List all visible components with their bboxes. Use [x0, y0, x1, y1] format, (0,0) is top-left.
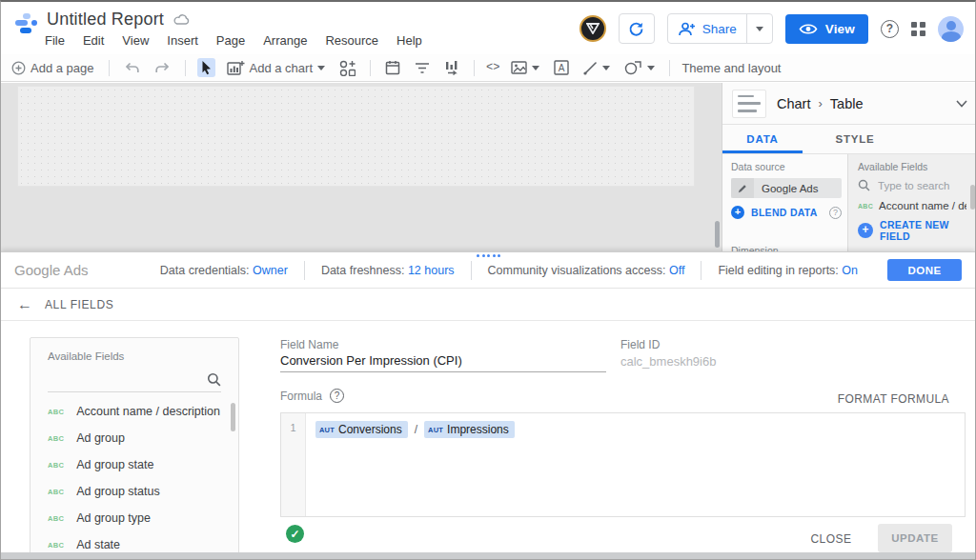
data-control-button[interactable]: [441, 58, 462, 77]
filter-icon: [415, 62, 430, 74]
fields-scrollbar[interactable]: [970, 185, 975, 210]
all-fields-back[interactable]: ← ALL FIELDS: [1, 289, 975, 321]
field-list-scrollbar[interactable]: [231, 403, 235, 431]
properties-panel: Chart › Table DATA STYLE Data source: [722, 83, 976, 251]
text-field-type-icon: ABC: [48, 434, 64, 443]
help-icon[interactable]: ?: [881, 20, 899, 38]
done-button[interactable]: DONE: [887, 259, 962, 281]
menu-page[interactable]: Page: [216, 33, 245, 48]
chart-type-header[interactable]: Chart › Table: [722, 83, 976, 125]
community-viz-access[interactable]: Community visualizations access: Off: [472, 264, 702, 277]
theme-layout-button[interactable]: Theme and layout: [681, 61, 781, 75]
formula-editor[interactable]: 1 AUT Conversions / AUT Impressions: [280, 412, 966, 517]
menu-help[interactable]: Help: [396, 33, 422, 48]
chevron-down-icon[interactable]: [956, 100, 967, 108]
text-tool-button[interactable]: A: [551, 58, 572, 77]
update-button[interactable]: UPDATE: [878, 524, 952, 552]
formula-valid-icon: ✓: [286, 525, 304, 543]
back-arrow-icon[interactable]: ←: [17, 297, 32, 312]
add-page-button[interactable]: Add a page: [9, 59, 97, 77]
redo-button[interactable]: [152, 59, 173, 77]
apps-grid-icon[interactable]: [911, 22, 925, 36]
community-visualizations-button[interactable]: [336, 58, 358, 78]
close-button[interactable]: CLOSE: [806, 532, 856, 546]
dimension-label: Dimension: [731, 245, 779, 251]
data-source-sheet: Google Ads Data credentials: Owner Data …: [1, 251, 975, 555]
redo-icon: [154, 61, 171, 75]
share-button[interactable]: Share: [667, 13, 773, 44]
breadcrumb-chart[interactable]: Chart: [777, 96, 810, 111]
cursor-icon: [200, 60, 213, 75]
menu-file[interactable]: File: [45, 33, 65, 48]
field-name-underline: [280, 371, 606, 372]
blend-data-button[interactable]: + BLEND DATA ?: [731, 206, 842, 219]
image-tool-button[interactable]: [508, 59, 542, 76]
svg-text:A: A: [559, 63, 565, 73]
list-item[interactable]: ABC Ad group: [30, 425, 238, 451]
create-new-field-button[interactable]: + CREATE NEW FIELD: [858, 219, 976, 242]
menu-edit[interactable]: Edit: [83, 33, 104, 48]
formula-field-chip[interactable]: AUT Impressions: [424, 421, 515, 438]
formula-help-icon[interactable]: ?: [330, 389, 344, 403]
data-freshness[interactable]: Data freshness: 12 hours: [305, 264, 471, 277]
extension-badge-icon[interactable]: [580, 15, 606, 42]
list-item[interactable]: ABC Account name / description: [30, 398, 238, 425]
field-editing[interactable]: Field editing in reports: On: [702, 264, 874, 277]
menu-view[interactable]: View: [122, 33, 149, 48]
formula-field-chip[interactable]: AUT Conversions: [315, 421, 408, 438]
embed-tool-button[interactable]: <>: [486, 61, 499, 74]
field-editor: Available Fields ABC Account name / desc…: [1, 321, 975, 555]
available-fields-label: Available Fields: [48, 350, 238, 362]
line-tool-button[interactable]: [580, 59, 613, 77]
breadcrumb-table[interactable]: Table: [830, 96, 864, 111]
data-freshness-value[interactable]: 12 hours: [408, 264, 455, 277]
tab-data[interactable]: DATA: [722, 133, 803, 145]
edit-data-source-button[interactable]: [731, 178, 754, 198]
list-item[interactable]: ABC Ad group type: [30, 505, 238, 531]
refresh-button[interactable]: [619, 13, 655, 44]
fields-search-input[interactable]: [878, 180, 964, 191]
menu-insert[interactable]: Insert: [167, 33, 198, 48]
menu-arrange[interactable]: Arrange: [263, 33, 307, 48]
shape-tool-button[interactable]: [621, 58, 658, 77]
report-canvas[interactable]: [1, 83, 722, 251]
format-formula-button[interactable]: FORMAT FORMULA: [838, 392, 949, 406]
select-tool-button[interactable]: [197, 58, 215, 77]
field-list-item[interactable]: ABC Account name / descr: [858, 200, 976, 211]
report-page[interactable]: [18, 87, 694, 186]
field-name-input[interactable]: Conversion Per Impression (CPI): [280, 353, 462, 368]
pencil-icon: [738, 184, 747, 193]
add-chart-button[interactable]: Add a chart: [224, 58, 329, 77]
text-field-type-icon: ABC: [48, 461, 64, 470]
field-name-label: Field Name: [280, 338, 338, 351]
chevron-down-icon: [756, 27, 763, 31]
active-tab-indicator: [722, 150, 803, 153]
avatar[interactable]: [938, 16, 964, 42]
sheet-drag-handle[interactable]: [477, 254, 500, 257]
undo-button[interactable]: [121, 59, 143, 77]
list-item[interactable]: ABC Ad group state: [30, 451, 238, 478]
text-field-type-icon: ABC: [48, 514, 64, 523]
filter-control-button[interactable]: [412, 60, 433, 76]
field-id-label: Field ID: [620, 338, 660, 351]
data-credentials-value[interactable]: Owner: [253, 264, 288, 277]
share-dropdown-button[interactable]: [746, 14, 772, 43]
canvas-scrollbar[interactable]: [715, 221, 720, 248]
blend-help-icon[interactable]: ?: [829, 207, 842, 219]
table-chart-icon: [732, 90, 766, 118]
list-item[interactable]: ABC Ad group status: [30, 478, 238, 505]
view-button[interactable]: View: [785, 14, 868, 44]
blend-data-label: BLEND DATA: [751, 207, 818, 218]
menu-resource[interactable]: Resource: [325, 33, 378, 48]
community-viz-icon: [339, 60, 356, 76]
tab-style[interactable]: STYLE: [803, 133, 907, 145]
report-title[interactable]: Untitled Report: [47, 10, 164, 30]
fields-search[interactable]: [858, 179, 976, 191]
data-credentials[interactable]: Data credentials: Owner: [144, 264, 304, 277]
community-viz-access-value[interactable]: Off: [669, 264, 684, 277]
app-window: Untitled Report File Edit View Insert Pa…: [0, 0, 976, 560]
date-range-control-button[interactable]: [382, 58, 403, 77]
field-list-search[interactable]: [48, 364, 221, 392]
field-editing-value[interactable]: On: [842, 264, 858, 277]
data-source-chip[interactable]: Google Ads: [731, 178, 842, 198]
